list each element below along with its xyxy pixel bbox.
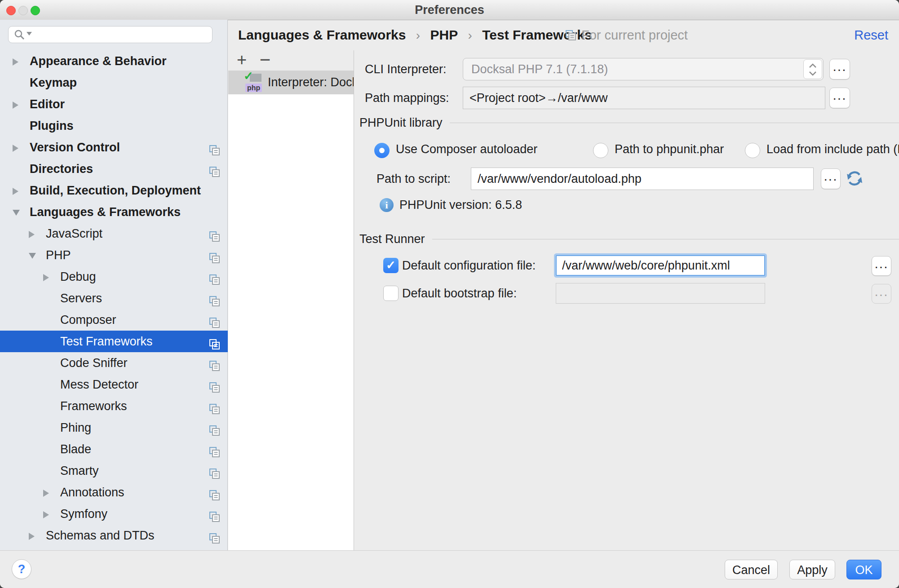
sidebar-item-debug[interactable]: Debug <box>0 266 228 287</box>
path-to-script-browse-button[interactable]: ... <box>821 168 841 189</box>
help-button[interactable]: ? <box>12 559 31 579</box>
path-mappings-browse-button[interactable]: ... <box>829 88 850 108</box>
sidebar-item-label: Debug <box>60 270 96 283</box>
sidebar-item-label: Editor <box>30 97 65 111</box>
path-to-script-field[interactable]: /var/www/vendor/autoload.php <box>471 168 814 190</box>
test-frameworks-form: CLI Interpreter: Docksal PHP 7.1 (7.1.18… <box>354 50 899 550</box>
sidebar-item-frameworks[interactable]: Frameworks <box>0 395 228 417</box>
default-config-checkbox[interactable] <box>383 258 399 273</box>
chevron-right-icon[interactable] <box>13 102 18 109</box>
interpreters-panel: + − ✓ php Interpreter: Dock <box>228 50 354 550</box>
sidebar-item-version-control[interactable]: Version Control <box>0 137 228 158</box>
sidebar-item-directories[interactable]: Directories <box>0 158 228 180</box>
project-level-icon <box>209 141 221 153</box>
test-runner-section-header: Test Runner <box>359 228 899 250</box>
chevron-right-icon[interactable] <box>13 188 18 195</box>
chevron-right-icon[interactable] <box>43 274 49 281</box>
project-level-icon <box>209 400 221 412</box>
scope-label: For current project <box>581 28 688 42</box>
project-level-icon <box>565 22 577 33</box>
default-bootstrap-browse-button[interactable]: ... <box>872 284 891 304</box>
chevron-right-icon[interactable] <box>13 145 18 152</box>
project-level-icon <box>209 465 221 477</box>
search-box[interactable] <box>8 26 213 43</box>
sidebar-item-label: Test Frameworks <box>60 335 153 348</box>
sidebar-item-label: PHP <box>46 248 71 262</box>
path-mappings-label: Path mappings: <box>365 87 449 109</box>
sidebar-item-build-execution-deployment[interactable]: Build, Execution, Deployment <box>0 180 228 201</box>
sidebar-item-label: Smarty <box>60 464 99 477</box>
sidebar-item-label: Version Control <box>30 141 120 154</box>
sidebar-item-mess-detector[interactable]: Mess Detector <box>0 374 228 395</box>
radio-path-to-phpunit-phar[interactable]: Path to phpunit.phar <box>593 138 724 160</box>
search-filter-caret-icon[interactable] <box>27 32 32 35</box>
default-config-input[interactable] <box>556 255 765 276</box>
sidebar-item-test-frameworks[interactable]: Test Frameworks <box>0 331 228 352</box>
settings-sidebar: Appearance & BehaviorKeymapEditorPlugins… <box>0 20 228 550</box>
project-level-icon <box>209 422 221 433</box>
cancel-button[interactable]: Cancel <box>725 560 778 579</box>
radio-use-composer-autoloader[interactable]: Use Composer autoloader <box>374 138 537 160</box>
project-level-icon <box>209 508 221 520</box>
project-level-icon <box>209 530 221 541</box>
sidebar-item-editor[interactable]: Editor <box>0 93 228 115</box>
remove-interpreter-button[interactable]: − <box>256 50 274 71</box>
default-config-browse-button[interactable]: ... <box>872 256 891 276</box>
sidebar-item-appearance-behavior[interactable]: Appearance & Behavior <box>0 50 228 72</box>
search-icon <box>14 29 26 43</box>
sidebar-item-code-sniffer[interactable]: Code Sniffer <box>0 352 228 374</box>
radio-unselected-icon[interactable] <box>745 143 760 158</box>
project-level-icon <box>209 163 221 175</box>
section-divider <box>450 123 899 123</box>
sidebar-item-javascript[interactable]: JavaScript <box>0 223 228 244</box>
path-mappings-field[interactable]: <Project root>→/var/www <box>463 87 825 109</box>
sidebar-item-languages-frameworks[interactable]: Languages & Frameworks <box>0 201 228 223</box>
preferences-window: Preferences Appearance & BehaviorKeymapE… <box>0 0 899 588</box>
default-bootstrap-input[interactable] <box>556 283 765 304</box>
radio-unselected-icon[interactable] <box>593 143 608 158</box>
sidebar-item-symfony[interactable]: Symfony <box>0 503 228 525</box>
chevron-right-icon[interactable] <box>13 58 18 66</box>
sidebar-item-phing[interactable]: Phing <box>0 417 228 438</box>
combobox-stepper-icon[interactable] <box>803 59 822 79</box>
project-level-icon <box>209 379 221 390</box>
default-bootstrap-checkbox[interactable] <box>383 286 399 301</box>
breadcrumb-languages-frameworks[interactable]: Languages & Frameworks <box>238 27 406 42</box>
radio-selected-icon[interactable] <box>374 143 390 158</box>
breadcrumb-php[interactable]: PHP <box>430 27 458 42</box>
settings-search-input[interactable] <box>34 27 211 42</box>
chevron-down-icon[interactable] <box>13 210 20 216</box>
sidebar-item-label: JavaScript <box>46 227 102 240</box>
radio-load-from-include-path-pear[interactable]: Load from include path (PEAR) <box>745 138 899 160</box>
sidebar-item-plugins[interactable]: Plugins <box>0 115 228 137</box>
sidebar-item-schemas-and-dtds[interactable]: Schemas and DTDs <box>0 525 228 546</box>
cli-interpreter-browse-button[interactable]: ... <box>829 59 850 80</box>
path-to-script-label: Path to script: <box>376 168 451 190</box>
cli-interpreter-combobox[interactable]: Docksal PHP 7.1 (7.1.18) <box>463 58 824 80</box>
sidebar-tree: Appearance & BehaviorKeymapEditorPlugins… <box>0 50 228 546</box>
reset-link[interactable]: Reset <box>854 20 888 50</box>
sidebar-item-smarty[interactable]: Smarty <box>0 460 228 482</box>
reload-phpunit-version-icon[interactable] <box>846 170 864 188</box>
breadcrumb-separator: › <box>410 28 426 42</box>
radio-label: Use Composer autoloader <box>396 142 537 156</box>
sidebar-item-blade[interactable]: Blade <box>0 438 228 460</box>
chevron-right-icon[interactable] <box>43 511 49 518</box>
interpreter-list-item-label: Interpreter: Dock <box>268 71 354 94</box>
chevron-right-icon[interactable] <box>29 533 35 540</box>
sidebar-item-annotations[interactable]: Annotations <box>0 482 228 503</box>
phpunit-version-note: PHPUnit version: 6.5.8 <box>399 194 522 216</box>
add-interpreter-button[interactable]: + <box>233 50 251 71</box>
chevron-right-icon[interactable] <box>29 231 35 238</box>
sidebar-item-php[interactable]: PHP <box>0 244 228 266</box>
ok-button[interactable]: OK <box>846 560 881 579</box>
sidebar-item-servers[interactable]: Servers <box>0 287 228 309</box>
interpreter-list-empty-area <box>228 94 354 550</box>
chevron-right-icon[interactable] <box>43 490 49 497</box>
sidebar-item-keymap[interactable]: Keymap <box>0 72 228 93</box>
apply-button[interactable]: Apply <box>789 560 835 579</box>
chevron-down-icon[interactable] <box>29 253 36 259</box>
sidebar-item-label: Composer <box>60 313 116 327</box>
interpreter-list-item[interactable]: ✓ php Interpreter: Dock <box>228 71 354 94</box>
sidebar-item-composer[interactable]: Composer <box>0 309 228 331</box>
